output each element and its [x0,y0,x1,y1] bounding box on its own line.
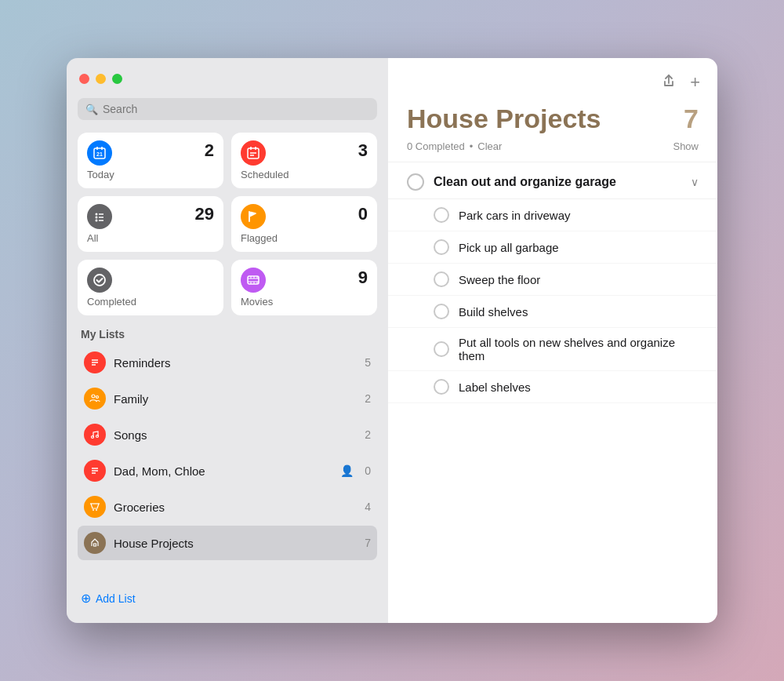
list-title: House Projects [407,104,601,134]
task-text-2: Pick up all garbage [459,241,559,254]
svg-point-20 [92,395,95,398]
svg-point-22 [92,436,94,439]
svg-point-21 [96,396,99,399]
add-task-button[interactable]: + [688,71,702,94]
table-row[interactable]: Sweep the floor [388,264,717,296]
clear-button[interactable]: Clear [477,140,502,152]
all-label: All [87,232,214,244]
task-checkbox-5[interactable] [434,341,449,357]
show-button[interactable]: Show [673,140,699,152]
dad-mom-chloe-list-name: Dad, Mom, Chloe [114,464,332,478]
reminders-list-name: Reminders [114,356,357,370]
list-item-house-projects[interactable]: House Projects 7 [78,526,377,560]
task-checkbox-3[interactable] [434,271,449,287]
table-row[interactable]: Put all tools on new shelves and organiz… [388,328,717,371]
task-group-header[interactable]: Clean out and organize garage ∨ [388,162,717,199]
task-checkbox-6[interactable] [434,379,449,395]
table-row[interactable]: Park cars in driveway [388,199,717,231]
task-text-5: Put all tools on new shelves and organiz… [459,336,699,362]
smart-card-today[interactable]: 21 2 Today [78,133,223,188]
completed-info: 0 Completed • Clear [407,140,502,152]
svg-point-11 [96,217,98,219]
task-checkbox-2[interactable] [434,239,449,255]
family-list-icon [84,388,106,410]
svg-rect-30 [94,544,96,546]
add-list-label: Add List [96,592,136,605]
scheduled-label: Scheduled [241,169,368,180]
task-text-4: Build shelves [459,305,528,319]
svg-rect-1 [96,147,98,150]
smart-card-scheduled[interactable]: 3 Scheduled [231,133,377,188]
main-toolbar: + [388,58,717,100]
today-count: 2 [205,140,214,161]
house-projects-list-count: 7 [365,537,371,549]
svg-point-9 [96,213,98,216]
today-icon: 21 [87,140,112,166]
list-item-songs[interactable]: Songs 2 [78,417,377,452]
task-text-6: Label shelves [459,381,531,394]
minimize-button[interactable] [96,74,106,84]
table-row[interactable]: Pick up all garbage [388,231,717,264]
task-text-3: Sweep the floor [459,273,540,286]
svg-point-28 [93,509,94,511]
flagged-count: 0 [358,204,368,224]
smart-card-flagged[interactable]: 0 Flagged [231,196,377,252]
dad-mom-chloe-list-icon [84,460,106,482]
groceries-list-icon [84,496,106,518]
table-row[interactable]: Build shelves [388,296,717,328]
list-total-count: 7 [684,104,699,134]
search-bar[interactable]: 🔍 [78,98,377,120]
task-text-1: Park cars in driveway [459,209,571,222]
list-item-groceries[interactable]: Groceries 4 [78,490,377,524]
table-row[interactable]: Label shelves [388,371,717,403]
svg-point-13 [96,220,98,222]
share-button[interactable] [660,72,677,93]
groceries-list-count: 4 [365,501,371,513]
chevron-down-icon: ∨ [691,176,699,188]
task-checkbox-1[interactable] [434,207,449,223]
completed-text: 0 Completed [407,140,465,152]
list-item-family[interactable]: Family 2 [78,381,377,416]
dot-separator: • [470,140,474,152]
my-lists-heading: My Lists [78,328,377,340]
close-button[interactable] [79,74,89,84]
scheduled-icon [241,140,266,166]
list-item-reminders[interactable]: Reminders 5 [78,345,377,380]
add-list-icon: ⊕ [81,591,91,606]
flagged-icon [241,204,266,229]
songs-list-count: 2 [365,428,371,441]
svg-text:21: 21 [96,151,103,157]
house-projects-list-name: House Projects [114,537,357,550]
task-checkbox-4[interactable] [434,304,449,319]
svg-point-29 [96,509,97,511]
main-header: House Projects 7 [388,100,717,140]
smart-card-all[interactable]: 29 All [78,196,223,252]
today-label: Today [87,169,214,180]
songs-list-name: Songs [114,428,357,442]
search-input[interactable] [103,103,369,115]
reminders-list-count: 5 [365,356,371,369]
shared-icon: 👤 [340,464,354,477]
reminders-list-icon [84,351,106,373]
svg-rect-6 [255,147,256,150]
task-group-circle[interactable] [407,173,424,191]
all-count: 29 [195,204,214,224]
svg-rect-2 [101,147,103,150]
list-item-dad-mom-chloe[interactable]: Dad, Mom, Chloe 👤 0 [78,453,377,488]
window-controls [78,74,377,84]
completed-bar: 0 Completed • Clear Show [388,140,717,162]
all-icon [87,204,112,229]
songs-list-icon [84,424,106,446]
movies-label: Movies [241,296,368,308]
task-group-title: Clean out and organize garage [434,175,681,189]
movies-count: 9 [358,268,368,288]
maximize-button[interactable] [112,74,122,84]
scheduled-count: 3 [358,140,368,161]
completed-icon [87,268,112,293]
add-list-button[interactable]: ⊕ Add List [78,584,377,612]
family-list-name: Family [114,392,357,406]
smart-card-completed[interactable]: Completed [78,260,223,315]
smart-card-movies[interactable]: 9 Movies [231,260,377,315]
family-list-count: 2 [365,392,371,405]
house-projects-list-icon [84,532,106,554]
